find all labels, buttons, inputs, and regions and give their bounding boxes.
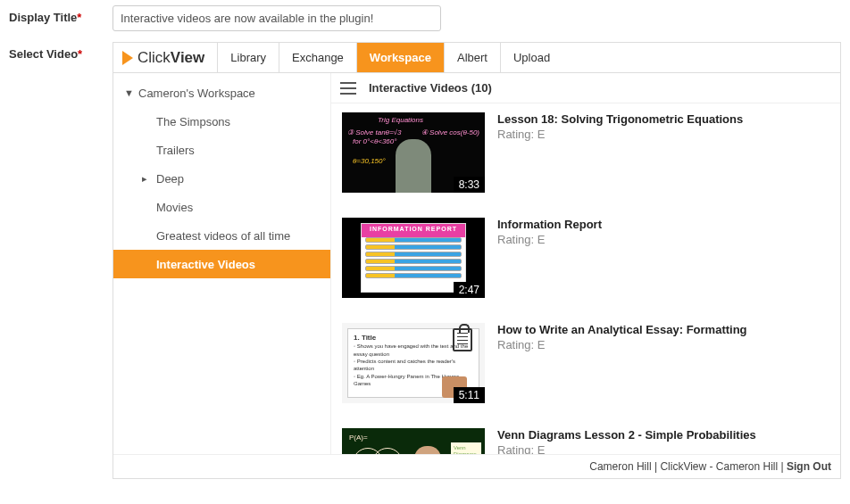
brand-text: ClickView xyxy=(138,49,204,67)
chevron-down-icon: ▼ xyxy=(124,87,138,98)
video-duration: 8:33 xyxy=(454,177,485,193)
video-title: How to Write an Analytical Essay: Format… xyxy=(497,323,747,336)
sign-out-link[interactable]: Sign Out xyxy=(787,460,831,473)
chevron-right-icon: ▸ xyxy=(142,173,156,185)
content-pane: Interactive Videos (10) Trig Equations ③… xyxy=(331,73,840,454)
video-thumbnail[interactable]: INFORMATION REPORT 2:47 xyxy=(342,218,485,298)
play-icon xyxy=(122,51,133,65)
video-thumbnail[interactable]: 1. Title ◦ Shows you have engaged with t… xyxy=(342,323,485,403)
video-duration: 2:47 xyxy=(454,282,485,298)
video-rating: Rating: E xyxy=(497,443,756,454)
content-header: Interactive Videos (10) xyxy=(331,73,840,103)
video-title: Venn Diagrams Lesson 2 - Simple Probabil… xyxy=(497,428,756,442)
footer: Cameron Hill | ClickView - Cameron Hill … xyxy=(113,454,840,478)
sidebar: ▼ Cameron's Workspace The Simpsons Trail… xyxy=(113,73,331,454)
tab-library[interactable]: Library xyxy=(217,43,279,72)
video-rating: Rating: E xyxy=(497,128,743,141)
video-row[interactable]: Trig Equations ③ Solve tanθ=√3 for 0°<θ<… xyxy=(342,112,829,193)
video-title: Information Report xyxy=(497,218,602,231)
video-row[interactable]: 1. Title ◦ Shows you have engaged with t… xyxy=(342,323,829,403)
video-rating: Rating: E xyxy=(497,338,747,351)
footer-user: Cameron Hill xyxy=(589,460,651,473)
video-row[interactable]: P(A)= Venn Diagrams Venn Diagrams Lesson… xyxy=(342,428,829,454)
video-rating: Rating: E xyxy=(497,233,602,246)
tab-albert[interactable]: Albert xyxy=(444,43,500,72)
tree-item-greatest[interactable]: Greatest videos of all time xyxy=(113,221,330,250)
video-thumbnail[interactable]: Trig Equations ③ Solve tanθ=√3 for 0°<θ<… xyxy=(342,112,485,193)
video-title: Lesson 18: Solving Trigonometric Equatio… xyxy=(497,112,743,126)
brand: ClickView xyxy=(113,43,217,72)
tree-item-simpsons[interactable]: The Simpsons xyxy=(113,107,330,136)
tree-item-deep[interactable]: ▸ Deep xyxy=(113,164,330,193)
video-duration: 5:11 xyxy=(454,387,485,403)
tree-item-interactive[interactable]: Interactive Videos xyxy=(113,250,330,278)
clipboard-icon xyxy=(453,328,472,351)
video-row[interactable]: INFORMATION REPORT 2:47 Information Repo… xyxy=(342,218,829,298)
menu-icon[interactable] xyxy=(340,82,356,95)
video-list[interactable]: Trig Equations ③ Solve tanθ=√3 for 0°<θ<… xyxy=(331,103,840,454)
select-video-label: Select Video* xyxy=(9,42,112,61)
tab-upload[interactable]: Upload xyxy=(500,43,562,72)
tree-item-movies[interactable]: Movies xyxy=(113,193,330,221)
tab-exchange[interactable]: Exchange xyxy=(279,43,356,72)
topbar: ClickView Library Exchange Workspace Alb… xyxy=(113,43,840,73)
tree-root[interactable]: ▼ Cameron's Workspace xyxy=(113,78,330,107)
footer-org: ClickView - Cameron Hill xyxy=(660,460,778,473)
display-title-label: Display Title* xyxy=(9,5,112,24)
tree-item-trailers[interactable]: Trailers xyxy=(113,136,330,164)
content-title: Interactive Videos (10) xyxy=(369,81,492,95)
tab-workspace[interactable]: Workspace xyxy=(356,43,444,72)
video-thumbnail[interactable]: P(A)= Venn Diagrams xyxy=(342,428,485,454)
display-title-input[interactable] xyxy=(112,5,441,31)
video-picker-panel: ClickView Library Exchange Workspace Alb… xyxy=(112,42,841,479)
